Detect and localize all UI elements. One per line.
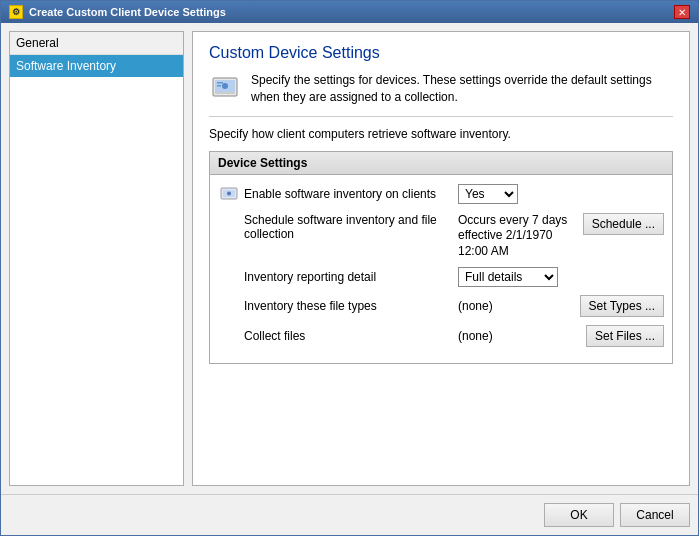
window-icon: ⚙ [9,5,23,19]
sub-description: Specify how client computers retrieve so… [209,127,673,141]
ok-button[interactable]: OK [544,503,614,527]
description-block: Specify the settings for devices. These … [209,72,673,117]
enable-label: Enable software inventory on clients [244,187,454,201]
sidebar-item-software-inventory[interactable]: Software Inventory [10,55,183,77]
schedule-row: Schedule software inventory and file col… [218,213,664,260]
detail-row: Inventory reporting detail Full details … [218,267,664,287]
window-body: General Software Inventory Custom Device… [1,23,698,494]
set-files-button[interactable]: Set Files ... [586,325,664,347]
enable-inventory-row: Enable software inventory on clients Yes… [218,183,664,205]
collectfiles-label: Collect files [244,329,454,343]
settings-icon [209,72,241,104]
filetypes-row: Inventory these file types (none) Set Ty… [218,295,664,317]
filetypes-label: Inventory these file types [244,299,454,313]
cancel-button[interactable]: Cancel [620,503,690,527]
close-button[interactable]: ✕ [674,5,690,19]
title-bar-content: ⚙ Create Custom Client Device Settings [9,5,226,19]
svg-point-8 [227,191,231,195]
detail-label: Inventory reporting detail [244,270,454,284]
sidebar: General Software Inventory [9,31,184,486]
enable-row-icon [218,183,240,205]
device-settings-content: Enable software inventory on clients Yes… [210,175,672,364]
collectfiles-row: Collect files (none) Set Files ... [218,325,664,347]
enable-select[interactable]: Yes No [458,184,518,204]
device-settings-header: Device Settings [210,152,672,175]
schedule-label: Schedule software inventory and file col… [244,213,454,241]
detail-select[interactable]: Full details Product only [458,267,558,287]
title-bar: ⚙ Create Custom Client Device Settings ✕ [1,1,698,23]
filetypes-value: (none) [458,299,576,313]
sidebar-general-label: General [10,32,183,55]
page-title: Custom Device Settings [209,44,673,62]
svg-point-3 [222,83,228,89]
svg-rect-2 [215,92,235,94]
description-text: Specify the settings for devices. These … [251,72,673,106]
main-panel: Custom Device Settings Specify the setti… [192,31,690,486]
window-title: Create Custom Client Device Settings [29,6,226,18]
schedule-button[interactable]: Schedule ... [583,213,664,235]
collectfiles-value: (none) [458,329,582,343]
schedule-value: Occurs every 7 days effective 2/1/1970 1… [458,213,579,260]
set-types-button[interactable]: Set Types ... [580,295,664,317]
enable-control: Yes No [458,184,518,204]
svg-rect-4 [217,82,223,84]
main-window: ⚙ Create Custom Client Device Settings ✕… [0,0,699,536]
detail-control: Full details Product only [458,267,558,287]
device-settings-box: Device Settings Enable software inventor… [209,151,673,365]
svg-rect-5 [217,85,221,87]
footer: OK Cancel [1,494,698,535]
